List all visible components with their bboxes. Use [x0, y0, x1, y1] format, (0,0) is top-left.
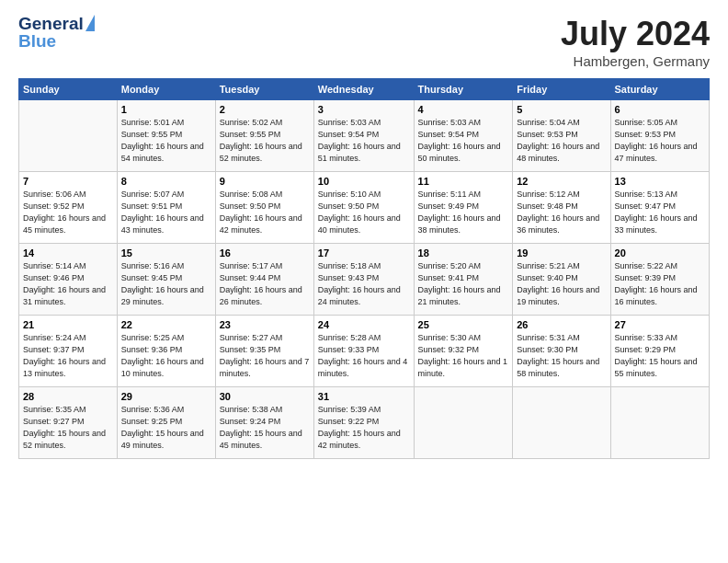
day-info: Sunrise: 5:38 AM Sunset: 9:24 PM Dayligh… [220, 404, 310, 452]
day-number: 12 [517, 176, 606, 187]
day-info: Sunrise: 5:25 AM Sunset: 9:36 PM Dayligh… [121, 332, 211, 380]
day-number: 20 [615, 247, 705, 259]
calendar-cell [513, 387, 610, 459]
logo-general: General [18, 15, 84, 32]
day-info: Sunrise: 5:33 AM Sunset: 9:29 PM Dayligh… [615, 332, 705, 380]
day-info: Sunrise: 5:02 AM Sunset: 9:55 PM Dayligh… [220, 117, 310, 165]
logo-blue: Blue [18, 31, 56, 51]
month-title: July 2024 [561, 15, 710, 53]
day-number: 16 [220, 247, 310, 259]
col-header-thursday: Thursday [414, 79, 513, 100]
calendar-cell: 31Sunrise: 5:39 AM Sunset: 9:22 PM Dayli… [313, 387, 414, 459]
day-number: 29 [121, 391, 211, 402]
day-number: 26 [517, 319, 606, 330]
col-header-saturday: Saturday [610, 79, 709, 100]
day-info: Sunrise: 5:17 AM Sunset: 9:44 PM Dayligh… [220, 260, 310, 308]
calendar-cell: 4Sunrise: 5:03 AM Sunset: 9:54 PM Daylig… [414, 100, 513, 172]
day-number: 13 [615, 176, 705, 187]
calendar-cell: 9Sunrise: 5:08 AM Sunset: 9:50 PM Daylig… [215, 172, 313, 244]
calendar-cell: 24Sunrise: 5:28 AM Sunset: 9:33 PM Dayli… [313, 316, 414, 387]
week-row-5: 28Sunrise: 5:35 AM Sunset: 9:27 PM Dayli… [19, 387, 710, 459]
calendar-cell: 5Sunrise: 5:04 AM Sunset: 9:53 PM Daylig… [513, 100, 610, 172]
logo: General Blue [18, 15, 95, 51]
calendar-cell: 10Sunrise: 5:10 AM Sunset: 9:50 PM Dayli… [313, 172, 414, 244]
day-info: Sunrise: 5:05 AM Sunset: 9:53 PM Dayligh… [615, 117, 705, 165]
calendar-cell: 18Sunrise: 5:20 AM Sunset: 9:41 PM Dayli… [414, 244, 513, 316]
calendar-cell: 11Sunrise: 5:11 AM Sunset: 9:49 PM Dayli… [414, 172, 513, 244]
day-number: 21 [23, 319, 113, 330]
day-info: Sunrise: 5:27 AM Sunset: 9:35 PM Dayligh… [220, 332, 310, 380]
day-number: 30 [220, 391, 310, 402]
week-row-3: 14Sunrise: 5:14 AM Sunset: 9:46 PM Dayli… [19, 244, 710, 316]
day-info: Sunrise: 5:13 AM Sunset: 9:47 PM Dayligh… [615, 189, 705, 236]
day-number: 3 [318, 104, 410, 115]
day-info: Sunrise: 5:10 AM Sunset: 9:50 PM Dayligh… [318, 189, 410, 236]
calendar-cell [414, 387, 513, 459]
calendar-cell: 21Sunrise: 5:24 AM Sunset: 9:37 PM Dayli… [19, 316, 118, 387]
page: General Blue July 2024 Hambergen, German… [0, 0, 728, 563]
day-number: 4 [418, 104, 509, 115]
col-header-monday: Monday [117, 79, 215, 100]
day-info: Sunrise: 5:03 AM Sunset: 9:54 PM Dayligh… [418, 117, 509, 165]
calendar-cell: 28Sunrise: 5:35 AM Sunset: 9:27 PM Dayli… [19, 387, 118, 459]
day-info: Sunrise: 5:18 AM Sunset: 9:43 PM Dayligh… [318, 260, 410, 308]
location-subtitle: Hambergen, Germany [561, 53, 710, 69]
calendar-cell: 7Sunrise: 5:06 AM Sunset: 9:52 PM Daylig… [19, 172, 118, 244]
day-number: 7 [23, 176, 113, 187]
day-info: Sunrise: 5:04 AM Sunset: 9:53 PM Dayligh… [517, 117, 606, 165]
logo-triangle-icon [85, 15, 95, 31]
day-number: 1 [121, 104, 211, 115]
day-info: Sunrise: 5:24 AM Sunset: 9:37 PM Dayligh… [23, 332, 113, 380]
calendar-cell: 23Sunrise: 5:27 AM Sunset: 9:35 PM Dayli… [215, 316, 313, 387]
week-row-2: 7Sunrise: 5:06 AM Sunset: 9:52 PM Daylig… [19, 172, 710, 244]
calendar-cell: 19Sunrise: 5:21 AM Sunset: 9:40 PM Dayli… [513, 244, 610, 316]
day-info: Sunrise: 5:20 AM Sunset: 9:41 PM Dayligh… [418, 260, 509, 308]
calendar-cell: 26Sunrise: 5:31 AM Sunset: 9:30 PM Dayli… [513, 316, 610, 387]
day-number: 28 [23, 391, 113, 402]
day-number: 2 [220, 104, 310, 115]
day-number: 14 [23, 247, 113, 259]
day-number: 6 [615, 104, 705, 115]
calendar-cell: 8Sunrise: 5:07 AM Sunset: 9:51 PM Daylig… [117, 172, 215, 244]
header: General Blue July 2024 Hambergen, German… [18, 15, 710, 69]
col-header-friday: Friday [513, 79, 610, 100]
calendar-cell: 30Sunrise: 5:38 AM Sunset: 9:24 PM Dayli… [215, 387, 313, 459]
day-info: Sunrise: 5:06 AM Sunset: 9:52 PM Dayligh… [23, 189, 113, 236]
day-info: Sunrise: 5:07 AM Sunset: 9:51 PM Dayligh… [121, 189, 211, 236]
day-info: Sunrise: 5:08 AM Sunset: 9:50 PM Dayligh… [220, 189, 310, 236]
calendar-cell: 29Sunrise: 5:36 AM Sunset: 9:25 PM Dayli… [117, 387, 215, 459]
calendar-cell [19, 100, 118, 172]
day-number: 27 [615, 319, 705, 330]
day-number: 25 [418, 319, 509, 330]
calendar-cell: 25Sunrise: 5:30 AM Sunset: 9:32 PM Dayli… [414, 316, 513, 387]
week-row-1: 1Sunrise: 5:01 AM Sunset: 9:55 PM Daylig… [19, 100, 710, 172]
calendar-cell: 2Sunrise: 5:02 AM Sunset: 9:55 PM Daylig… [215, 100, 313, 172]
calendar-cell: 12Sunrise: 5:12 AM Sunset: 9:48 PM Dayli… [513, 172, 610, 244]
col-header-sunday: Sunday [19, 79, 118, 100]
day-number: 17 [318, 247, 410, 259]
calendar-cell: 17Sunrise: 5:18 AM Sunset: 9:43 PM Dayli… [313, 244, 414, 316]
calendar-cell: 14Sunrise: 5:14 AM Sunset: 9:46 PM Dayli… [19, 244, 118, 316]
calendar-cell: 22Sunrise: 5:25 AM Sunset: 9:36 PM Dayli… [117, 316, 215, 387]
col-header-tuesday: Tuesday [215, 79, 313, 100]
calendar-cell: 1Sunrise: 5:01 AM Sunset: 9:55 PM Daylig… [117, 100, 215, 172]
day-info: Sunrise: 5:36 AM Sunset: 9:25 PM Dayligh… [121, 404, 211, 452]
day-info: Sunrise: 5:31 AM Sunset: 9:30 PM Dayligh… [517, 332, 606, 380]
calendar-cell: 16Sunrise: 5:17 AM Sunset: 9:44 PM Dayli… [215, 244, 313, 316]
day-info: Sunrise: 5:01 AM Sunset: 9:55 PM Dayligh… [121, 117, 211, 165]
day-number: 24 [318, 319, 410, 330]
day-info: Sunrise: 5:16 AM Sunset: 9:45 PM Dayligh… [121, 260, 211, 308]
day-number: 22 [121, 319, 211, 330]
day-number: 11 [418, 176, 509, 187]
calendar-header-row: SundayMondayTuesdayWednesdayThursdayFrid… [19, 79, 710, 100]
calendar-cell: 13Sunrise: 5:13 AM Sunset: 9:47 PM Dayli… [610, 172, 709, 244]
week-row-4: 21Sunrise: 5:24 AM Sunset: 9:37 PM Dayli… [19, 316, 710, 387]
day-number: 15 [121, 247, 211, 259]
calendar-table: SundayMondayTuesdayWednesdayThursdayFrid… [18, 78, 710, 459]
logo-top: General [18, 15, 95, 32]
day-info: Sunrise: 5:22 AM Sunset: 9:39 PM Dayligh… [615, 260, 705, 308]
day-info: Sunrise: 5:14 AM Sunset: 9:46 PM Dayligh… [23, 260, 113, 308]
day-info: Sunrise: 5:12 AM Sunset: 9:48 PM Dayligh… [517, 189, 606, 236]
day-info: Sunrise: 5:30 AM Sunset: 9:32 PM Dayligh… [418, 332, 509, 380]
day-number: 8 [121, 176, 211, 187]
